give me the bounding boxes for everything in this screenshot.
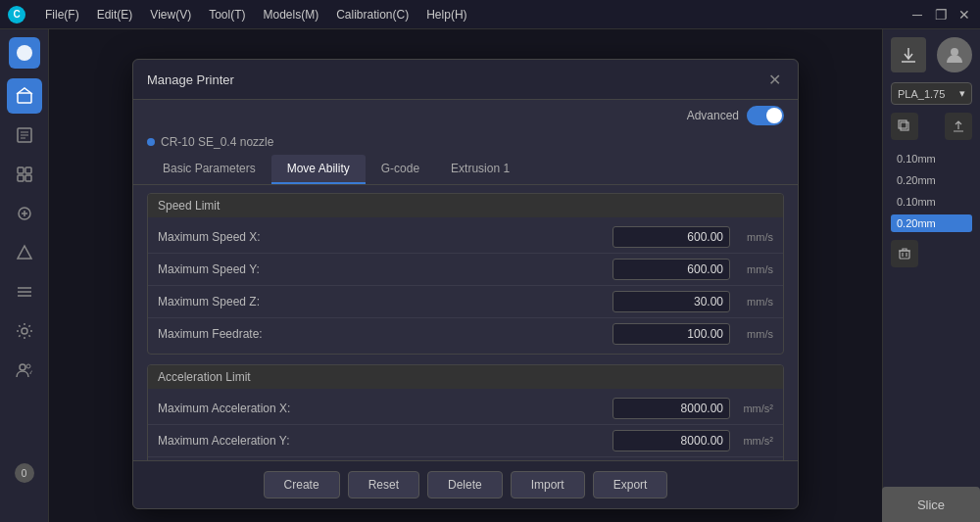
tab-gcode[interactable]: G-code <box>366 155 435 184</box>
menu-view[interactable]: View(V) <box>142 6 199 24</box>
section-speed-limit: Speed Limit Maximum Speed X: mm/s Maximu… <box>147 193 784 355</box>
dialog-header: Manage Printer ✕ <box>133 60 798 100</box>
download-button[interactable] <box>891 37 926 72</box>
printer-name: CR-10 SE_0.4 nozzle <box>161 135 273 149</box>
title-bar-left: C File(F) Edit(E) View(V) Tool(T) Models… <box>8 6 475 24</box>
dialog-overlay: Manage Printer ✕ Advanced CR-10 SE_0.4 n… <box>49 29 882 522</box>
close-button[interactable]: ✕ <box>956 7 972 23</box>
menu-calibration[interactable]: Calibration(C) <box>328 6 416 24</box>
advanced-label: Advanced <box>687 109 739 122</box>
badge: 0 <box>15 463 34 483</box>
section-speed-limit-body: Maximum Speed X: mm/s Maximum Speed Y: m… <box>148 217 783 354</box>
menu-edit[interactable]: Edit(E) <box>89 6 141 24</box>
svg-rect-7 <box>25 167 31 173</box>
advanced-toggle[interactable] <box>747 106 784 125</box>
printer-status-dot <box>147 138 155 146</box>
toggle-knob <box>766 108 782 123</box>
app-logo: C <box>8 6 25 24</box>
sidebar-item-home[interactable] <box>7 78 42 114</box>
param-row-max-accel-x: Maximum Acceleration X: mm/s² <box>148 393 783 425</box>
layer-0.20mm-active[interactable]: 0.20mm <box>891 214 972 232</box>
window-controls: ─ ❐ ✕ <box>909 7 972 23</box>
advanced-row: Advanced <box>133 100 798 131</box>
export-icon[interactable] <box>945 113 972 140</box>
param-label-max-speed-x: Maximum Speed X: <box>158 230 612 244</box>
section-acceleration-limit-header: Acceleration Limit <box>148 365 783 389</box>
sidebar-item-files[interactable] <box>7 118 42 153</box>
create-button[interactable]: Create <box>264 471 340 498</box>
param-input-max-speed-y[interactable] <box>612 259 730 280</box>
delete-button[interactable]: Delete <box>427 471 503 498</box>
dialog-footer: Create Reset Delete Import Export <box>133 460 798 508</box>
sidebar-item-shape[interactable] <box>7 235 42 270</box>
sidebar-item-users[interactable] <box>7 353 42 388</box>
param-row-max-feedrate: Maximum Feedrate: mm/s <box>148 318 783 350</box>
svg-rect-1 <box>18 93 31 103</box>
param-unit-max-accel-y: mm/s² <box>734 435 773 447</box>
sidebar-item-layers[interactable] <box>7 274 42 309</box>
export-button[interactable]: Export <box>593 471 668 498</box>
user-avatar[interactable] <box>937 37 972 72</box>
tab-basic-parameters[interactable]: Basic Parameters <box>147 155 271 184</box>
param-unit-max-accel-x: mm/s² <box>734 403 773 414</box>
import-button[interactable]: Import <box>511 471 585 498</box>
svg-point-15 <box>22 328 27 334</box>
main-layout: 0 Manage Printer ✕ Advanced <box>0 29 980 522</box>
content-area: Manage Printer ✕ Advanced CR-10 SE_0.4 n… <box>49 29 882 522</box>
reset-button[interactable]: Reset <box>348 471 419 498</box>
param-unit-max-speed-x: mm/s <box>734 231 773 243</box>
section-acceleration-limit-body: Maximum Acceleration X: mm/s² Maximum Ac… <box>148 389 783 460</box>
dialog-close-button[interactable]: ✕ <box>764 70 784 89</box>
param-unit-max-speed-z: mm/s <box>734 296 773 308</box>
param-unit-max-speed-y: mm/s <box>734 263 773 275</box>
title-bar: C File(F) Edit(E) View(V) Tool(T) Models… <box>0 0 980 29</box>
param-label-max-speed-z: Maximum Speed Z: <box>158 295 612 308</box>
trash-button[interactable] <box>891 240 918 267</box>
param-input-max-speed-x[interactable] <box>612 226 730 248</box>
svg-rect-20 <box>901 122 908 130</box>
sidebar-item-settings[interactable] <box>7 313 42 349</box>
param-input-max-accel-y[interactable] <box>612 430 730 451</box>
param-row-max-accel-y: Maximum Acceleration Y: mm/s² <box>148 425 783 457</box>
dialog-title: Manage Printer <box>147 72 234 87</box>
svg-rect-22 <box>900 251 909 259</box>
minimize-button[interactable]: ─ <box>909 7 925 23</box>
dialog-body[interactable]: Speed Limit Maximum Speed X: mm/s Maximu… <box>133 185 798 460</box>
manage-printer-dialog: Manage Printer ✕ Advanced CR-10 SE_0.4 n… <box>132 59 799 509</box>
param-label-max-speed-y: Maximum Speed Y: <box>158 262 612 276</box>
param-label-max-accel-y: Maximum Acceleration Y: <box>158 434 612 448</box>
tab-move-ability[interactable]: Move Ability <box>271 155 366 184</box>
copy-icon[interactable] <box>891 113 918 140</box>
menu-help[interactable]: Help(H) <box>418 6 474 24</box>
param-label-max-accel-x: Maximum Acceleration X: <box>158 402 612 415</box>
sidebar-item-grid[interactable] <box>7 157 42 192</box>
right-panel: PLA_1.75 ▾ 0.10mm 0.20mm 0.10mm 0.20mm S… <box>882 29 980 522</box>
menu-bar: File(F) Edit(E) View(V) Tool(T) Models(M… <box>37 6 475 24</box>
svg-marker-11 <box>18 246 31 259</box>
layer-0.20mm-first[interactable]: 0.20mm <box>891 171 972 189</box>
svg-rect-8 <box>18 175 24 181</box>
filament-dropdown[interactable]: PLA_1.75 ▾ <box>891 82 972 105</box>
menu-models[interactable]: Models(M) <box>256 6 327 24</box>
svg-point-19 <box>951 48 958 56</box>
param-input-max-accel-x[interactable] <box>612 398 730 419</box>
menu-file[interactable]: File(F) <box>37 6 87 24</box>
restore-button[interactable]: ❐ <box>933 7 949 23</box>
tab-extrusion-1[interactable]: Extrusion 1 <box>435 155 525 184</box>
param-input-max-feedrate[interactable] <box>612 323 730 345</box>
svg-point-16 <box>20 364 25 370</box>
svg-rect-6 <box>18 167 24 173</box>
menu-tool[interactable]: Tool(T) <box>201 6 253 24</box>
sidebar: 0 <box>0 29 49 522</box>
slice-button[interactable]: Slice <box>882 487 980 522</box>
layer-0.10mm-second[interactable]: 0.10mm <box>891 193 972 211</box>
sidebar-item-move[interactable] <box>7 196 42 231</box>
param-input-max-speed-z[interactable] <box>612 291 730 312</box>
app-sidebar-logo <box>9 37 40 69</box>
section-speed-limit-header: Speed Limit <box>148 194 783 217</box>
param-row-max-speed-y: Maximum Speed Y: mm/s <box>148 254 783 286</box>
svg-rect-9 <box>25 175 31 181</box>
param-row-max-speed-x: Maximum Speed X: mm/s <box>148 221 783 254</box>
layer-0.10mm-first[interactable]: 0.10mm <box>891 150 972 167</box>
param-label-max-feedrate: Maximum Feedrate: <box>158 327 612 341</box>
